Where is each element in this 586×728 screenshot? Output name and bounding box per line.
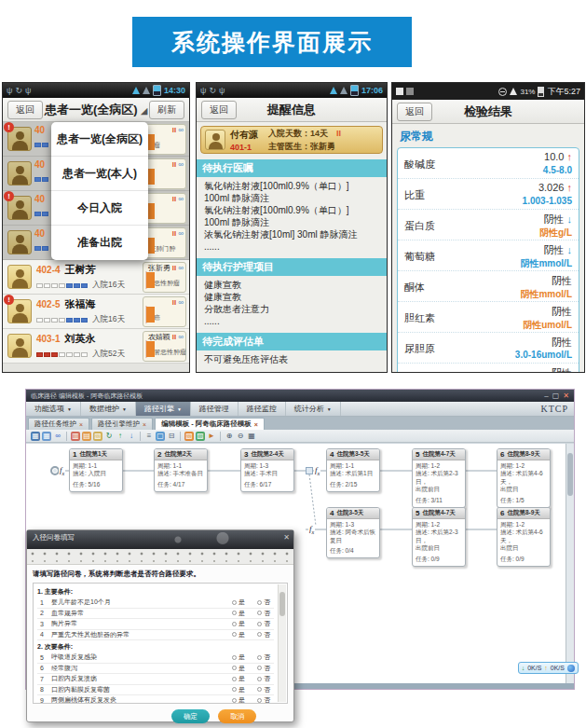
node-add-icon[interactable]: ▧	[184, 432, 194, 441]
radio-icon[interactable]	[257, 611, 262, 615]
stage-node[interactable]: 4住院第3-5天 周期: 1-1描述: 术后第1日 任务: 2/15	[326, 448, 380, 492]
close-icon[interactable]: ×	[79, 421, 83, 428]
stage-node[interactable]: 6住院第8-9天 周期: 1-2描述: 术后第4-6天，出院日 任务: 1/5	[497, 448, 551, 508]
run-icon[interactable]: ►	[207, 432, 216, 441]
lab-row[interactable]: 阴性	[398, 364, 579, 373]
radio-icon[interactable]	[232, 622, 237, 626]
menu-path-management[interactable]: 路径管理	[191, 402, 238, 416]
zoom-out-icon[interactable]: ⊖	[236, 432, 245, 441]
radio-no[interactable]: 否	[257, 695, 270, 704]
lab-row[interactable]: 酸碱度 10.0 ↑ 4.5-8.0	[398, 148, 579, 179]
refresh-button[interactable]: 刷新	[149, 101, 184, 119]
radio-icon[interactable]	[232, 600, 237, 605]
back-button[interactable]: 返回	[397, 103, 432, 121]
menu-path-monitor[interactable]: 路径监控	[238, 402, 286, 416]
radio-no[interactable]: 否	[257, 630, 270, 639]
condition-fx-icon[interactable]: fx	[59, 466, 65, 478]
radio-yes[interactable]: 是	[232, 598, 245, 607]
radio-icon[interactable]	[257, 622, 262, 626]
list-icon[interactable]: ≡	[144, 432, 154, 441]
lab-row[interactable]: 葡萄糖 阴性 ↓ 阴性mmol/L	[398, 240, 579, 271]
network-speed-widget[interactable]: ↓ 0K/S ↑ 0K/S	[518, 662, 579, 674]
copy-icon[interactable]: ▤	[82, 432, 91, 441]
patient-row[interactable]: 403-1刘英永 入院52天 农婧颖II∞ 食管恶性肿瘤	[3, 329, 189, 364]
stage-node[interactable]: 3住院第2-4天 周期: 1-3描述: 手术日 任务: 6/17	[240, 448, 294, 492]
link-icon[interactable]: ∞	[53, 432, 62, 441]
radio-yes[interactable]: 是	[232, 609, 245, 618]
radio-icon[interactable]	[257, 666, 262, 670]
stage-node[interactable]: 5住院第4-7天 周期: 1-2描述: 术后第2-3日，出院前日 任务: 0/9	[412, 507, 466, 567]
radio-icon[interactable]	[232, 666, 237, 670]
radio-icon[interactable]	[232, 632, 237, 637]
menu-item-admitted-today[interactable]: 今日入院	[51, 191, 148, 226]
menu-data-maintenance[interactable]: 数据维护▼	[81, 402, 136, 416]
radio-yes[interactable]: 是	[232, 652, 245, 662]
panel-icon[interactable]: ▢	[156, 432, 165, 441]
radio-no[interactable]: 否	[257, 652, 270, 662]
tab-path-task[interactable]: 路径任务维护×	[28, 418, 89, 430]
tab-edit-template[interactable]: 编辑模板 - 阿奇临床路径模板×	[155, 418, 265, 430]
stage-node[interactable]: 1住院第1天 周期: 1-1描述: 入院日 任务: 5/16	[69, 448, 123, 492]
lab-row[interactable]: 尿胆原 阴性 3.0-16umol/L	[398, 333, 579, 364]
radio-yes[interactable]: 是	[232, 685, 245, 694]
cut-icon[interactable]: ▥	[71, 432, 80, 441]
radio-no[interactable]: 否	[257, 664, 270, 673]
refresh-icon[interactable]: ↻	[104, 432, 114, 441]
radio-icon[interactable]	[257, 632, 262, 637]
radio-yes[interactable]: 是	[232, 674, 245, 683]
paste-icon[interactable]: ▧	[93, 432, 102, 441]
radio-no[interactable]: 否	[257, 619, 270, 628]
lab-row[interactable]: 酮体 阴性 阴性mmol/L	[398, 271, 579, 302]
condition-fx-icon[interactable]: fx	[308, 525, 315, 537]
condition-fx-icon[interactable]: fx	[314, 466, 320, 478]
scrollbar-thumb[interactable]	[279, 592, 285, 616]
menu-path-engine[interactable]: 路径引擎▼	[136, 402, 191, 416]
radio-icon[interactable]	[232, 687, 237, 692]
lab-row[interactable]: 比重 3.026 ↑ 1.003-1.035	[398, 179, 579, 210]
back-button[interactable]: 返回	[201, 101, 237, 119]
radio-icon[interactable]	[232, 677, 237, 681]
close-icon[interactable]: ✕	[283, 534, 290, 542]
close-icon[interactable]: ×	[254, 421, 258, 428]
close-icon[interactable]: ×	[143, 421, 146, 428]
close-icon[interactable]: ✕	[563, 390, 569, 402]
radio-no[interactable]: 否	[257, 674, 270, 683]
menu-item-all-wards[interactable]: 患者一览(全病区)	[51, 122, 148, 157]
radio-no[interactable]: 否	[257, 598, 270, 607]
branch-junction[interactable]	[306, 467, 313, 474]
move-down-icon[interactable]: ↓	[127, 432, 136, 441]
stage-node[interactable]: 5住院第4-7天 周期: 1-2描述: 术后第2-3日，出院前日 任务: 3/1…	[412, 448, 466, 508]
radio-yes[interactable]: 是	[232, 619, 245, 628]
save-icon[interactable]: ▦	[31, 432, 40, 441]
scrollbar-thumb[interactable]	[567, 453, 573, 496]
zoom-in-icon[interactable]: ⊕	[225, 432, 234, 441]
radio-icon[interactable]	[232, 655, 237, 660]
maximize-icon[interactable]: ▢	[552, 390, 560, 402]
dialog-scrollbar[interactable]	[278, 584, 286, 702]
radio-icon[interactable]	[257, 687, 262, 692]
radio-icon[interactable]	[232, 611, 237, 615]
minimize-icon[interactable]: –	[544, 390, 548, 402]
patient-card[interactable]: 付有源 401-1 入院天数：14天 II 主管医生：张新勇	[200, 126, 383, 154]
menu-item-mine[interactable]: 患者一览(本人)	[51, 157, 148, 191]
radio-no[interactable]: 否	[257, 609, 270, 618]
cancel-button[interactable]: 取消	[218, 709, 256, 723]
radio-no[interactable]: 否	[257, 685, 270, 694]
menu-function-options[interactable]: 功能选项▼	[26, 402, 81, 416]
stage-node[interactable]: 2住院第2天 周期: 1-1描述: 手术准备日 任务: 4/17	[154, 448, 208, 492]
radio-yes[interactable]: 是	[232, 630, 245, 639]
move-up-icon[interactable]: ↑	[116, 432, 125, 441]
ok-button[interactable]: 确定	[171, 709, 210, 723]
radio-icon[interactable]	[257, 698, 262, 703]
radio-yes[interactable]: 是	[232, 695, 245, 704]
patient-row[interactable]: 402-4王树芳 入院16天 张新勇II∞ 肺恶性肿瘤	[3, 260, 189, 295]
back-button[interactable]: 返回	[7, 101, 43, 119]
radio-icon[interactable]	[257, 655, 262, 660]
menu-statistics[interactable]: 统计分析▼	[286, 402, 341, 416]
radio-yes[interactable]: 是	[232, 664, 245, 673]
grid-icon[interactable]: ▦	[247, 432, 256, 441]
vertical-scrollbar[interactable]	[566, 444, 574, 683]
stage-node[interactable]: 6住院第8-9天 周期: 1-2描述: 术后第4-6天，出院日 任务: 0/9	[497, 507, 551, 567]
float-ball-icon[interactable]	[567, 665, 575, 672]
save-all-icon[interactable]: ▦	[42, 432, 51, 441]
